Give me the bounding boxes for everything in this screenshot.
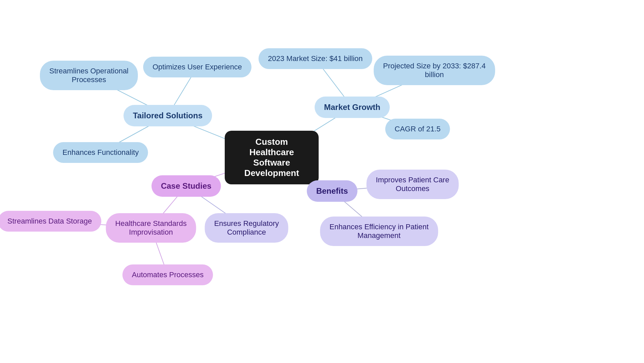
ensures-regulatory-node: Ensures Regulatory Compliance [205, 213, 288, 243]
healthcare-standards-node: Healthcare Standards Improvisation [106, 213, 196, 243]
optimizes-user-node: Optimizes User Experience [143, 57, 252, 77]
streamlines-operational-node: Streamlines Operational Processes [40, 61, 138, 90]
case-studies-node: Case Studies [152, 175, 221, 197]
projected-size-node: Projected Size by 2033: $287.4 billion [374, 56, 495, 85]
cagr-node: CAGR of 21.5 [385, 119, 450, 139]
center-node: Custom Healthcare Software Development [225, 131, 319, 184]
improves-patient-node: Improves Patient Care Outcomes [367, 170, 459, 199]
tailored-solutions-node: Tailored Solutions [123, 105, 212, 126]
benefits-node: Benefits [307, 180, 358, 202]
market-growth-node: Market Growth [315, 97, 390, 118]
automates-processes-node: Automates Processes [122, 264, 213, 285]
market-size-2023-node: 2023 Market Size: $41 billion [259, 48, 372, 69]
enhances-efficiency-node: Enhances Efficiency in Patient Managemen… [320, 217, 438, 246]
streamlines-data-node: Streamlines Data Storage [0, 211, 101, 232]
enhances-functionality-node: Enhances Functionality [53, 142, 148, 163]
mind-map-canvas: Custom Healthcare Software DevelopmentTa… [0, 0, 644, 363]
